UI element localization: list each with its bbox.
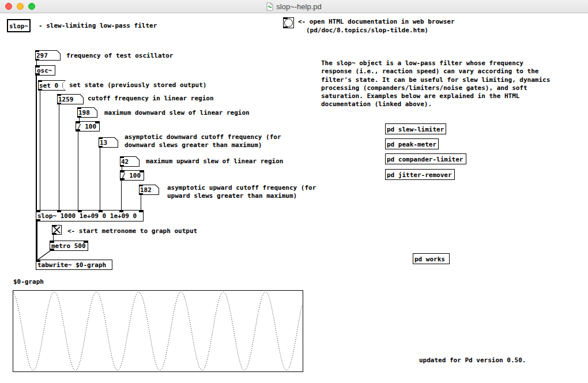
pd-patch-window: slop~-help.pd slop~ - slew-limiting low-… xyxy=(0,0,588,383)
comment-asymptotic-up: asymptotic upward cutoff frequency (for … xyxy=(167,184,316,200)
object-text: pd slew-limiter xyxy=(387,125,444,133)
bang-circle xyxy=(284,18,293,27)
outlet-nub xyxy=(76,129,80,131)
message-box-set-state[interactable]: set 0 xyxy=(38,80,66,91)
object-box-divide-down[interactable]: / 100 xyxy=(76,121,100,132)
patch-cord xyxy=(121,180,122,210)
patch-cord xyxy=(78,131,78,210)
inlet-nub xyxy=(35,50,39,52)
signal-cord xyxy=(36,75,37,210)
subpatch-jitter-remover[interactable]: pd jitter-remover xyxy=(385,169,455,180)
inlet-nub xyxy=(76,122,80,123)
inlet-nub xyxy=(139,185,143,186)
object-text: tabwrite~ $0-graph xyxy=(37,261,106,269)
message-text: set 0 xyxy=(39,82,58,89)
patch-cord xyxy=(53,234,54,241)
subpatch-slew-limiter[interactable]: pd slew-limiter xyxy=(385,123,446,134)
inlet-nub xyxy=(36,211,40,212)
number-value: 297 xyxy=(36,52,48,59)
object-text: slop~ xyxy=(9,22,28,29)
object-box-metro[interactable]: metro 500 xyxy=(50,241,88,251)
bang-open-docs[interactable] xyxy=(283,17,294,28)
graph-waveform xyxy=(13,291,303,371)
subpatch-works[interactable]: pd works xyxy=(413,253,450,264)
comment-test-frequency: frequency of test oscillator xyxy=(66,52,173,60)
inlet-nub xyxy=(50,241,54,243)
object-box-osc[interactable]: osc~ xyxy=(35,65,55,76)
number-box-asymptotic-up[interactable]: 182 xyxy=(139,185,159,195)
object-text: pd peak-meter xyxy=(387,140,436,148)
toggle-metronome[interactable] xyxy=(52,225,62,235)
patch-cord xyxy=(79,117,80,122)
inlet-nub xyxy=(57,94,61,96)
object-box-slop[interactable]: slop~ 1000 1e+09 0 1e+09 0 xyxy=(36,210,144,221)
comment-max-up-slew: maximum upward slew of linear region xyxy=(146,157,283,166)
comment-asymptotic-down: asymptotic downward cutoff frequency (fo… xyxy=(125,133,281,149)
inlet-nub xyxy=(78,211,82,212)
inlet-nub xyxy=(120,171,125,172)
inlet-nub xyxy=(99,137,103,139)
number-value: 42 xyxy=(121,158,129,166)
comment-cutoff: cutoff frequency in linear region xyxy=(88,95,214,103)
patch-cord xyxy=(100,147,100,210)
inlet-nub xyxy=(140,171,144,172)
number-box-asymptotic-down[interactable]: 13 xyxy=(99,137,118,148)
number-value: 13 xyxy=(100,139,107,147)
outlet-nub xyxy=(120,178,125,180)
title-group: slop~-help.pd xyxy=(0,0,588,13)
comment-main-description: - slew-limiting low-pass filter xyxy=(39,22,157,30)
number-box-test-frequency[interactable]: 297 xyxy=(35,50,61,61)
outlet-nub xyxy=(52,233,56,234)
comment-open-docs-line2: (pd/doc/8.topics/slop-tilde.htm) xyxy=(306,27,428,35)
object-text: pd compander-limiter xyxy=(387,155,463,163)
inlet-nub xyxy=(36,66,40,67)
comment-max-down-slew: maximum downward slew of linear region xyxy=(104,109,250,117)
inlet-nub xyxy=(36,260,40,262)
inlet-nub xyxy=(284,18,288,19)
patch-cord xyxy=(141,194,141,210)
patch-cord xyxy=(59,104,59,210)
inlet-nub xyxy=(52,226,56,227)
number-box-max-down-slew[interactable]: 198 xyxy=(77,107,97,118)
number-value: 1259 xyxy=(58,96,74,103)
inlet-nub xyxy=(84,241,88,243)
comment-open-docs-line1: <- open HTML documentation in web browse… xyxy=(298,18,455,26)
title-bar: slop~-help.pd xyxy=(0,0,588,13)
number-box-max-up-slew[interactable]: 42 xyxy=(120,156,140,167)
description-paragraph: The slop~ object is a low-pass filter wh… xyxy=(321,59,550,109)
comment-start-metronome: <- start metronome to graph output xyxy=(67,227,197,235)
object-text: metro 500 xyxy=(51,242,86,250)
object-box-tabwrite[interactable]: tabwrite~ $0-graph xyxy=(36,260,112,270)
object-text: slop~ 1000 1e+09 0 1e+09 0 xyxy=(37,212,137,220)
inlet-nub xyxy=(139,211,143,212)
outlet-nub xyxy=(284,27,288,28)
object-text: pd jitter-remover xyxy=(387,171,452,178)
window-title: slop~-help.pd xyxy=(276,2,321,11)
object-text: pd works xyxy=(414,255,445,262)
inlet-nub xyxy=(57,211,61,212)
object-box-slop-main-label[interactable]: slop~ xyxy=(7,19,31,32)
inlet-nub xyxy=(95,122,99,123)
document-icon xyxy=(266,2,273,11)
number-box-cutoff[interactable]: 1259 xyxy=(57,94,84,104)
subpatch-compander-limiter[interactable]: pd compander-limiter xyxy=(385,153,466,164)
patch-cord xyxy=(122,166,122,171)
object-box-divide-up[interactable]: / 100 xyxy=(120,170,144,181)
graph-canvas xyxy=(13,290,303,372)
inlet-nub xyxy=(120,156,124,158)
patch-cord xyxy=(36,60,37,65)
outlet-nub xyxy=(50,249,54,250)
inlet-nub xyxy=(38,80,42,82)
graph-array-label: $0-graph xyxy=(13,278,44,286)
number-value: 198 xyxy=(78,109,90,117)
patch-cord xyxy=(40,90,40,210)
subpatch-peak-meter[interactable]: pd peak-meter xyxy=(385,138,439,149)
inlet-nub xyxy=(119,211,123,212)
number-value: 182 xyxy=(140,186,152,194)
patch-cord-diagonal xyxy=(36,249,52,261)
inlet-nub xyxy=(77,107,81,109)
inlet-nub xyxy=(99,211,103,212)
outlet-nub xyxy=(36,73,40,75)
comment-set-state: set state (previously stored output) xyxy=(69,81,206,89)
comment-version-footer: updated for Pd version 0.50. xyxy=(419,356,526,365)
